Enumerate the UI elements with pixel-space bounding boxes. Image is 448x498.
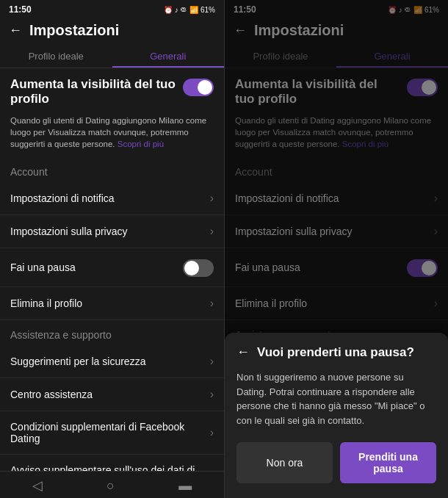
tab-generali-left[interactable]: Generali xyxy=(112,45,225,68)
visibility-section-left: Aumenta la visibilità del tuo profilo Qu… xyxy=(0,68,224,157)
modal-back-button[interactable]: ← xyxy=(236,344,250,360)
chevron-icon: › xyxy=(210,297,214,310)
modal-title: Vuoi prenderti una pausa? xyxy=(257,345,414,360)
visibility-toggle-left[interactable] xyxy=(183,79,214,96)
status-bar-left: 11:50 ⏰ ♪ ᪤ 📶 61% xyxy=(0,0,224,18)
pausa-toggle-left[interactable] xyxy=(183,259,214,277)
modal-header: ← Vuoi prenderti una pausa? xyxy=(236,344,436,360)
nav-back-icon[interactable]: ◁ xyxy=(32,477,43,494)
tab-profilo-left[interactable]: Profilo ideale xyxy=(0,45,112,68)
status-icons-left: ⏰ ♪ ᪤ 📶 61% xyxy=(164,6,215,14)
chevron-icon: › xyxy=(210,355,214,368)
nav-menu-icon[interactable]: ▬ xyxy=(178,478,192,494)
visibility-title-left: Aumenta la visibilità del tuo profilo xyxy=(10,77,176,107)
page-title-left: Impostazioni xyxy=(29,22,119,39)
left-screen: 11:50 ⏰ ♪ ᪤ 📶 61% ← Impostazioni Profilo… xyxy=(0,0,224,498)
modal-dim-overlay[interactable] xyxy=(225,0,448,351)
elimina-item-left[interactable]: Elimina il profilo › xyxy=(0,287,224,320)
notifica-item-left[interactable]: Impostazioni di notifica › xyxy=(0,182,224,215)
avviso-item-left[interactable]: Avviso supplementare sull'uso dei dati d… xyxy=(0,455,224,471)
modal-buttons: Non ora Prenditi una pausa xyxy=(236,442,436,483)
nav-home-icon[interactable]: ○ xyxy=(106,478,115,494)
centro-item-left[interactable]: Centro assistenza › xyxy=(0,378,224,411)
support-section-label-left: Assistenza e supporto xyxy=(0,320,224,345)
toggle-knob xyxy=(198,80,212,95)
visibility-row-left: Aumenta la visibilità del tuo profilo xyxy=(10,77,214,112)
account-section-label-left: Account xyxy=(0,157,224,182)
right-screen: 11:50 ⏰ ♪ ᪤ 📶 61% ← Impostazioni Profilo… xyxy=(224,0,448,498)
modal-overlay: ← Vuoi prenderti una pausa? Non ti sugge… xyxy=(225,333,448,498)
scopri-link-left[interactable]: Scopri di più xyxy=(118,140,164,148)
chevron-icon: › xyxy=(210,426,214,439)
modal-description: Non ti suggeriremo a nuove persone su Da… xyxy=(236,370,436,427)
chevron-icon: › xyxy=(210,225,214,238)
pausa-item-left[interactable]: Fai una pausa xyxy=(0,248,224,287)
nav-bar-left: ◁ ○ ▬ xyxy=(0,471,224,498)
non-ora-button[interactable]: Non ora xyxy=(236,442,333,483)
header-left: ← Impostazioni xyxy=(0,18,224,45)
privacy-item-left[interactable]: Impostazioni sulla privacy › xyxy=(0,215,224,248)
visibility-desc-left: Quando gli utenti di Dating aggiungono M… xyxy=(10,115,214,150)
sicurezza-item-left[interactable]: Suggerimenti per la sicurezza › xyxy=(0,345,224,378)
prenditi-pausa-button[interactable]: Prenditi una pausa xyxy=(340,442,436,483)
status-time-left: 11:50 xyxy=(9,4,32,15)
chevron-icon: › xyxy=(210,192,214,205)
chevron-icon: › xyxy=(210,388,214,401)
toggle-knob xyxy=(184,261,199,275)
content-left: Aumenta la visibilità del tuo profilo Qu… xyxy=(0,68,224,471)
tabs-left: Profilo ideale Generali xyxy=(0,45,224,68)
back-button-left[interactable]: ← xyxy=(9,23,22,38)
condizioni-item-left[interactable]: Condizioni supplementari di Facebook Dat… xyxy=(0,411,224,455)
